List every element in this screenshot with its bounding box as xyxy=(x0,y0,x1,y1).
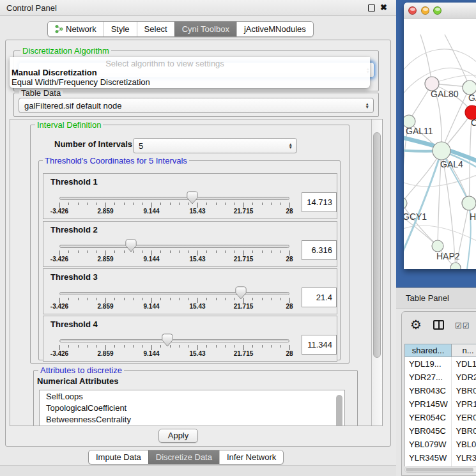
node-label: GAL11 xyxy=(406,126,433,136)
network-node-ha[interactable] xyxy=(462,196,476,210)
table-cell[interactable]: YBR043C xyxy=(405,384,452,397)
table-cell[interactable]: YBL079W xyxy=(405,438,452,451)
threshold-label: Threshold 1 xyxy=(50,177,98,187)
table-row[interactable]: YBR043CYBR0 xyxy=(405,384,476,397)
threshold-label: Threshold 4 xyxy=(50,319,98,329)
scale-label: -3.426 xyxy=(50,303,68,310)
slider-thumb[interactable] xyxy=(125,239,137,252)
table-cell[interactable]: YER0 xyxy=(452,411,476,424)
algorithm-option-manual-discretization[interactable]: Manual Discretization xyxy=(12,68,97,77)
column-layout-icon[interactable] xyxy=(433,320,444,330)
network-edge[interactable] xyxy=(420,35,432,84)
tick-mark xyxy=(78,298,79,300)
threshold-value-field[interactable]: 6.316 xyxy=(302,240,337,260)
table-cell[interactable]: YDL1 xyxy=(452,357,476,371)
threshold-slider[interactable] xyxy=(59,245,289,248)
tab-discretize-data[interactable]: Discretize Data xyxy=(148,450,219,464)
table-cell[interactable]: YLR3 xyxy=(452,451,476,464)
column-header-shared-[interactable]: shared... xyxy=(404,344,452,357)
table-row[interactable]: YPR145WYPR1 xyxy=(405,397,476,411)
threshold-value-field[interactable]: 21.4 xyxy=(302,288,337,307)
attribute-item-topologicalcoefficient[interactable]: TopologicalCoefficient xyxy=(40,402,344,413)
table-cell[interactable]: YPR145W xyxy=(405,397,452,411)
gear-icon[interactable]: ⚙ xyxy=(410,317,422,332)
tab-style[interactable]: Style xyxy=(104,22,137,36)
threshold-slider[interactable] xyxy=(59,339,289,342)
minimize-traffic-light[interactable] xyxy=(421,6,429,15)
network-window-titlebar[interactable] xyxy=(404,3,476,19)
network-node-hap2[interactable] xyxy=(432,240,443,252)
control-panel: Control Panel ✖ NetworkStyleSelectCyni T… xyxy=(0,0,396,476)
table-row[interactable]: YLR345WYLR3 xyxy=(405,451,476,464)
settings-vertical-scrollbar[interactable] xyxy=(371,119,382,426)
table-cell[interactable]: YDR27... xyxy=(405,371,452,384)
table-cell[interactable]: YBR0 xyxy=(452,424,476,438)
tick-mark xyxy=(197,250,198,256)
zoom-traffic-light[interactable] xyxy=(433,6,441,15)
attribute-item-betweennesscentrality[interactable]: BetweennessCentrality xyxy=(40,413,344,425)
table-cell[interactable]: YBL0 xyxy=(452,438,476,451)
network-view-window[interactable]: GAL80GACGAL11GAL4GCY1HAHAP2 xyxy=(404,3,476,269)
tab-cyni-toolbox[interactable]: Cyni Toolbox xyxy=(174,22,236,36)
network-node[interactable] xyxy=(450,263,461,269)
tab-infer-network[interactable]: Infer Network xyxy=(219,450,283,464)
threshold-value-field[interactable]: 11.344 xyxy=(302,335,337,355)
close-icon[interactable]: ✖ xyxy=(380,3,387,12)
table-row[interactable]: YBR045CYBR0 xyxy=(405,424,476,438)
select-columns-icons[interactable]: ☑☑ xyxy=(455,321,470,330)
threshold-slider[interactable] xyxy=(59,292,289,295)
attribute-item-selfloops[interactable]: SelfLoops xyxy=(40,390,344,402)
slider-thumb[interactable] xyxy=(235,286,247,300)
column-header-n-[interactable]: n... xyxy=(452,344,476,357)
table-cell[interactable]: YLR345W xyxy=(405,451,452,464)
apply-button[interactable]: Apply xyxy=(158,429,198,443)
network-canvas[interactable]: GAL80GACGAL11GAL4GCY1HAHAP2 xyxy=(404,19,476,269)
tab-jactivemnodules[interactable]: jActiveMNodules xyxy=(236,22,313,36)
network-node-gal4[interactable] xyxy=(433,142,450,160)
number-of-intervals-combo[interactable]: 5 ▲▼ xyxy=(133,138,297,153)
node-label: GAL80 xyxy=(431,89,459,99)
table-horizontal-scrollbar[interactable] xyxy=(404,466,476,473)
attributes-group: Attributes to discretize Numerical Attri… xyxy=(33,370,358,426)
table-cell[interactable]: YDR2 xyxy=(452,371,476,384)
tab-select[interactable]: Select xyxy=(137,22,174,36)
tab-network[interactable]: Network xyxy=(48,22,104,36)
number-of-intervals-label: Number of Intervals xyxy=(54,139,132,149)
threshold-slider[interactable] xyxy=(59,197,289,200)
scrollbar-thumb[interactable] xyxy=(373,132,381,358)
scrollbar-thumb[interactable] xyxy=(406,468,473,472)
tick-mark xyxy=(225,203,226,205)
node-label: HAP2 xyxy=(436,251,460,261)
table-row[interactable]: YDL19...YDL1 xyxy=(405,357,476,371)
float-window-icon[interactable] xyxy=(368,4,375,12)
table-row[interactable]: YER054CYER0 xyxy=(405,411,476,424)
table-row[interactable]: YDR27...YDR2 xyxy=(405,371,476,384)
tick-mark xyxy=(124,203,125,205)
algorithm-dropdown-popup: Select algorithm to view settings Manual… xyxy=(10,57,370,88)
threshold-panel: Threshold 1 -3.4262.8599.14415.4321.7152… xyxy=(43,173,337,219)
scale-label: -3.426 xyxy=(50,350,68,357)
tick-mark xyxy=(105,203,106,208)
tab-impute-data[interactable]: Impute Data xyxy=(89,450,148,464)
table-cell[interactable]: YER054C xyxy=(405,411,452,424)
network-edge[interactable] xyxy=(404,151,441,203)
algorithm-option-equal-width-frequency-discretization[interactable]: Equal Width/Frequency Discretization xyxy=(12,77,150,87)
threshold-value-field[interactable]: 14.713 xyxy=(302,192,337,212)
numerical-attributes-list[interactable]: SelfLoopsTopologicalCoefficientBetweenne… xyxy=(39,390,345,426)
table-cell[interactable]: YPR1 xyxy=(452,397,476,411)
network-node-gcy1[interactable] xyxy=(404,197,407,209)
close-traffic-light[interactable] xyxy=(408,6,417,15)
slider-thumb[interactable] xyxy=(187,191,198,204)
table-data-combo[interactable]: galFiltered.sif default node ▲▼ xyxy=(19,98,374,113)
table-cell[interactable]: YBR0 xyxy=(452,384,476,397)
tick-mark xyxy=(280,298,281,300)
network-edge[interactable] xyxy=(445,35,470,88)
table-cell[interactable]: YBR045C xyxy=(405,424,452,438)
tick-mark xyxy=(271,298,272,300)
table-cell[interactable]: YDL19... xyxy=(405,357,452,371)
slider-thumb[interactable] xyxy=(162,334,173,347)
network-edge[interactable] xyxy=(413,268,456,269)
list-scrollbar[interactable] xyxy=(336,395,342,426)
table-row[interactable]: YBL079WYBL0 xyxy=(405,438,476,451)
node-label: GAL4 xyxy=(440,159,463,169)
